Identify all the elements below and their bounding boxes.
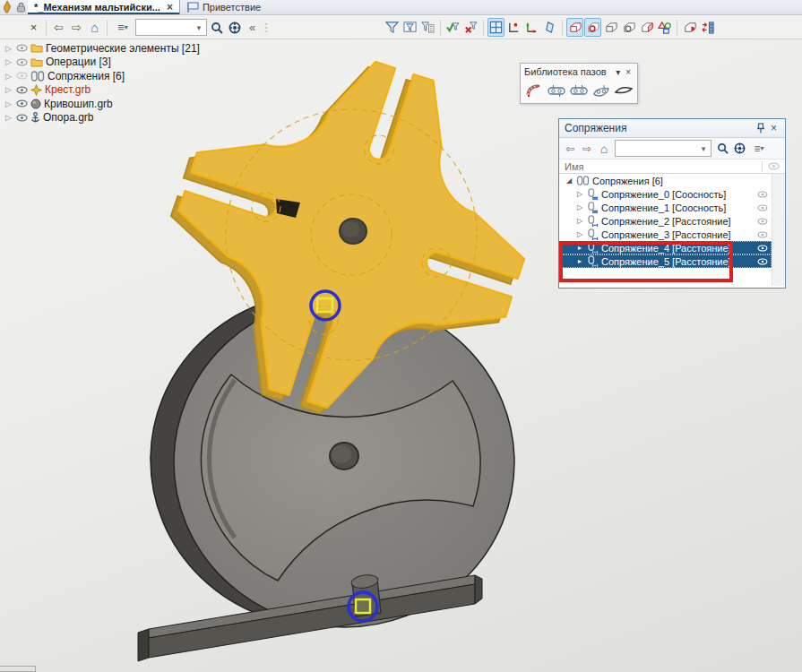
compass-icon[interactable] (226, 18, 243, 37)
mates-root-row[interactable]: ◢ Сопряжения [6] (559, 174, 772, 187)
mate-row-3[interactable]: ▷ Сопряжение_3 [Расстояние] (559, 228, 772, 241)
close-icon[interactable]: × (768, 122, 780, 134)
arc-shape-tool-icon[interactable] (613, 82, 634, 99)
folder-icon (30, 43, 43, 53)
expander-icon[interactable]: ▷ (4, 113, 13, 122)
filter-icon[interactable] (384, 18, 401, 37)
tree-item-mates[interactable]: ▷ Сопряжения [6] (4, 69, 200, 83)
expander-icon[interactable]: ▷ (4, 85, 13, 94)
filter-list-icon[interactable] (419, 18, 436, 37)
home-icon[interactable]: ⌂ (596, 140, 612, 157)
search-icon[interactable] (714, 140, 730, 157)
mates-columns-header[interactable]: Имя (559, 159, 785, 174)
chevron-down-icon[interactable]: ▾ (698, 144, 709, 153)
expander-icon[interactable]: ▸ (575, 257, 584, 265)
filter-window-icon[interactable] (401, 18, 418, 37)
statusbar-fragment (0, 666, 36, 672)
straight-slot-pins-tool-icon[interactable] (546, 82, 566, 99)
flag-icon (186, 2, 199, 13)
eye-icon[interactable] (16, 44, 28, 52)
eye-icon[interactable] (16, 72, 28, 80)
mate-row-0[interactable]: ▷ Сопряжение_0 [Соосность] (559, 187, 772, 201)
expander-icon[interactable]: ▸ (575, 244, 584, 252)
forward-icon[interactable]: ⇨ (68, 18, 85, 37)
model-structure-icon[interactable] (699, 18, 716, 37)
nav-toolbar: × ⇦ ⇨ ⌂ ≡▾ ▾ « ⋮ (25, 15, 271, 39)
eye-icon[interactable] (757, 204, 768, 211)
chevron-down-icon[interactable]: ▾ (194, 23, 204, 32)
eye-icon[interactable] (757, 231, 768, 238)
eye-icon[interactable] (16, 86, 28, 94)
list-menu-icon[interactable]: ≡▾ (111, 18, 134, 37)
clear-filter-icon[interactable] (462, 18, 479, 37)
distance-mate-icon (587, 228, 599, 240)
search-combobox[interactable]: ▾ (135, 19, 207, 36)
expander-icon[interactable]: ▷ (4, 72, 13, 81)
tab-document[interactable]: *_Механизм мальтийски... × (28, 0, 180, 14)
scrollbar-track[interactable] (772, 174, 785, 286)
curved-slot-pins-tool-icon[interactable] (591, 82, 611, 99)
forward-icon[interactable]: ⇨ (579, 140, 595, 157)
panel-close-icon[interactable]: × (623, 67, 634, 77)
expander-icon[interactable]: ▷ (4, 57, 13, 66)
home-icon[interactable]: ⌂ (86, 18, 103, 37)
tree-item-operations[interactable]: ▷ Операции [3] (4, 56, 200, 70)
panel-menu-icon[interactable]: ▾ (613, 67, 623, 77)
compass-icon[interactable] (731, 140, 747, 157)
back-icon[interactable]: ⇦ (562, 140, 578, 157)
mate-row-4[interactable]: ▸ Сопряжение_4 [Расстояние] (559, 241, 772, 254)
window-layout-icon[interactable] (487, 18, 504, 37)
local-axes-icon[interactable] (505, 18, 522, 37)
expander-icon[interactable]: ▷ (4, 99, 13, 108)
mates-search-combobox[interactable]: ▾ (615, 140, 711, 157)
tree-item-crank[interactable]: ▷ Кривошип.grb (4, 97, 200, 111)
mate-row-2[interactable]: ▷ Сопряжение_2 [Расстояние] (559, 214, 772, 228)
document-tabbar: *_Механизм мальтийски... × Приветствие (0, 0, 802, 15)
workplane-icon[interactable] (541, 18, 558, 37)
tab-title: *_Механизм мальтийски... (34, 2, 160, 13)
wireframe-mode-icon[interactable] (566, 18, 583, 37)
search-icon[interactable] (208, 18, 225, 37)
expander-icon[interactable]: ▷ (4, 44, 13, 53)
curved-slot-tool-icon[interactable] (523, 82, 544, 99)
list-menu-icon[interactable]: ≡▾ (748, 140, 770, 157)
expander-icon[interactable]: ▷ (575, 203, 584, 211)
expander-icon[interactable]: ▷ (575, 230, 584, 238)
tree-item-support[interactable]: ▷ Опора.grb (4, 111, 200, 125)
eye-icon[interactable] (757, 191, 768, 198)
search-input[interactable] (136, 21, 194, 34)
eye-icon[interactable] (757, 218, 768, 225)
straight-slot-pins2-tool-icon[interactable] (568, 82, 589, 99)
eye-icon[interactable] (16, 58, 28, 66)
mates-panel-titlebar[interactable]: Сопряжения × (559, 119, 785, 138)
hidden-line-mode-icon[interactable] (584, 18, 601, 37)
expander-icon[interactable]: ▷ (575, 217, 584, 225)
back-icon[interactable]: ⇦ (50, 18, 67, 37)
pin-icon[interactable] (754, 123, 768, 134)
sphere-part-icon (30, 99, 41, 109)
eye-icon[interactable] (16, 114, 28, 122)
expander-icon[interactable]: ◢ (565, 177, 573, 185)
tree-item-geometric-elements[interactable]: ▷ Геометрические элементы [21] (4, 41, 200, 56)
main-toolbar-row: × ⇦ ⇨ ⌂ ≡▾ ▾ « ⋮ (0, 15, 802, 39)
kebab-handle-icon[interactable]: ⋮ (262, 18, 271, 37)
mates-search-input[interactable] (616, 142, 698, 155)
tree-item-cross[interactable]: ▷ Крест.grb (4, 83, 200, 98)
section-view-icon[interactable] (681, 18, 698, 37)
apply-filter-icon[interactable] (444, 18, 461, 37)
mate-row-5[interactable]: ▸ Сопряжение_5 [Расстояние] (559, 254, 772, 268)
coordinate-system-icon[interactable] (523, 18, 540, 37)
tab-close-icon[interactable]: × (167, 1, 173, 13)
eye-icon[interactable] (757, 245, 768, 252)
eye-icon[interactable] (757, 258, 768, 265)
tab-welcome[interactable]: Приветствие (180, 0, 267, 14)
shaded-edges-mode-icon[interactable] (620, 18, 637, 37)
collapse-chevrons-icon[interactable]: « (244, 18, 261, 37)
primitives-icon[interactable] (656, 18, 673, 37)
transparent-mode-icon[interactable] (638, 18, 655, 37)
mate-row-1[interactable]: ▷ Сопряжение_1 [Соосность] (559, 201, 772, 214)
shaded-mode-icon[interactable] (602, 18, 619, 37)
expander-icon[interactable]: ▷ (575, 190, 584, 198)
close-icon[interactable]: × (25, 18, 42, 37)
eye-icon[interactable] (16, 99, 28, 108)
